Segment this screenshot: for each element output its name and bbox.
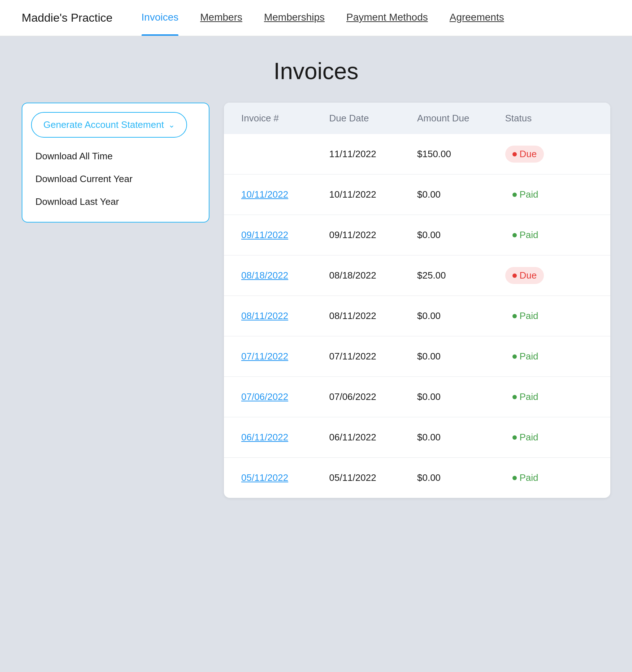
due-dot-icon [512,152,517,156]
status-cell: Due [505,146,593,163]
amount-cell: $0.00 [417,310,505,322]
header-invoice: Invoice # [241,113,329,124]
status-cell: Paid [505,429,593,446]
table-row: 08/18/202208/18/2022$25.00Due [224,255,610,296]
status-label: Paid [520,391,538,402]
due-date-cell: 08/18/2022 [329,270,417,281]
generate-statement-dropdown: Generate Account Statement ⌄ Download Al… [22,103,209,223]
status-cell: Paid [505,469,593,486]
status-label: Paid [520,472,538,483]
main-content: Invoices Generate Account Statement ⌄ Do… [0,36,632,520]
due-date-cell: 10/11/2022 [329,189,417,200]
status-cell: Paid [505,186,593,203]
download-current-year-item[interactable]: Download Current Year [31,168,200,190]
chevron-down-icon: ⌄ [168,120,175,130]
table-row: 09/11/202209/11/2022$0.00Paid [224,215,610,255]
status-cell: Paid [505,307,593,324]
amount-cell: $150.00 [417,148,505,160]
table-row: 07/11/202207/11/2022$0.00Paid [224,336,610,377]
paid-dot-icon [512,395,517,399]
status-cell: Due [505,267,593,284]
nav-item-members[interactable]: Members [200,0,242,36]
nav-item-payment-methods[interactable]: Payment Methods [346,0,428,36]
status-label: Due [520,148,537,160]
table-header: Invoice # Due Date Amount Due Status [224,103,610,134]
amount-cell: $0.00 [417,189,505,200]
due-date-cell: 06/11/2022 [329,432,417,443]
status-label: Paid [520,351,538,362]
invoice-link[interactable]: 08/11/2022 [241,310,329,322]
paid-dot-icon [512,193,517,197]
nav-item-memberships[interactable]: Memberships [264,0,325,36]
main-nav: Invoices Members Memberships Payment Met… [142,0,504,36]
generate-statement-menu: Download All Time Download Current Year … [31,145,200,213]
invoice-link[interactable]: 07/06/2022 [241,391,329,402]
due-date-cell: 07/06/2022 [329,391,417,402]
amount-cell: $0.00 [417,432,505,443]
table-row: 08/11/202208/11/2022$0.00Paid [224,296,610,336]
paid-dot-icon [512,476,517,480]
header-amount-due: Amount Due [417,113,505,124]
invoice-link[interactable]: 08/18/2022 [241,270,329,281]
generate-statement-button[interactable]: Generate Account Statement ⌄ [31,112,187,138]
due-date-cell: 09/11/2022 [329,229,417,241]
invoice-link[interactable]: 09/11/2022 [241,229,329,241]
due-date-cell: 08/11/2022 [329,310,417,322]
due-dot-icon [512,273,517,278]
status-label: Paid [520,432,538,443]
paid-dot-icon [512,314,517,318]
table-row: 07/06/202207/06/2022$0.00Paid [224,377,610,417]
invoice-link[interactable]: 05/11/2022 [241,472,329,483]
table-row: 06/11/202206/11/2022$0.00Paid [224,417,610,458]
amount-cell: $0.00 [417,351,505,362]
generate-statement-label: Generate Account Statement [43,119,164,130]
table-body: 11/11/2022$150.00Due10/11/202210/11/2022… [224,134,610,498]
paid-dot-icon [512,233,517,237]
header-due-date: Due Date [329,113,417,124]
download-all-time-item[interactable]: Download All Time [31,145,200,168]
amount-cell: $25.00 [417,270,505,281]
invoice-table: Invoice # Due Date Amount Due Status 11/… [224,103,610,498]
invoice-link[interactable]: 10/11/2022 [241,189,329,200]
status-badge: Due [505,267,544,284]
status-label: Due [520,270,537,281]
nav-item-agreements[interactable]: Agreements [450,0,504,36]
status-label: Paid [520,189,538,200]
status-badge: Paid [505,186,546,203]
amount-cell: $0.00 [417,229,505,241]
status-badge: Paid [505,388,546,405]
table-row: 10/11/202210/11/2022$0.00Paid [224,175,610,215]
page-title: Invoices [22,58,610,85]
paid-dot-icon [512,354,517,359]
status-badge: Paid [505,348,546,365]
nav-item-invoices[interactable]: Invoices [142,0,179,36]
invoice-link[interactable]: 06/11/2022 [241,432,329,443]
amount-cell: $0.00 [417,391,505,402]
amount-cell: $0.00 [417,472,505,483]
status-badge: Paid [505,307,546,324]
header-status: Status [505,113,593,124]
brand-name: Maddie's Practice [22,11,113,25]
status-cell: Paid [505,227,593,244]
due-date-cell: 05/11/2022 [329,472,417,483]
status-label: Paid [520,229,538,241]
status-badge: Paid [505,227,546,244]
due-date-cell: 07/11/2022 [329,351,417,362]
paid-dot-icon [512,435,517,440]
download-last-year-item[interactable]: Download Last Year [31,190,200,213]
status-cell: Paid [505,348,593,365]
invoice-link[interactable]: 07/11/2022 [241,351,329,362]
table-row: 11/11/2022$150.00Due [224,134,610,175]
status-badge: Due [505,146,544,163]
status-label: Paid [520,310,538,322]
header: Maddie's Practice Invoices Members Membe… [0,0,632,36]
status-badge: Paid [505,429,546,446]
status-badge: Paid [505,469,546,486]
table-row: 05/11/202205/11/2022$0.00Paid [224,458,610,498]
status-cell: Paid [505,388,593,405]
due-date-cell: 11/11/2022 [329,148,417,160]
